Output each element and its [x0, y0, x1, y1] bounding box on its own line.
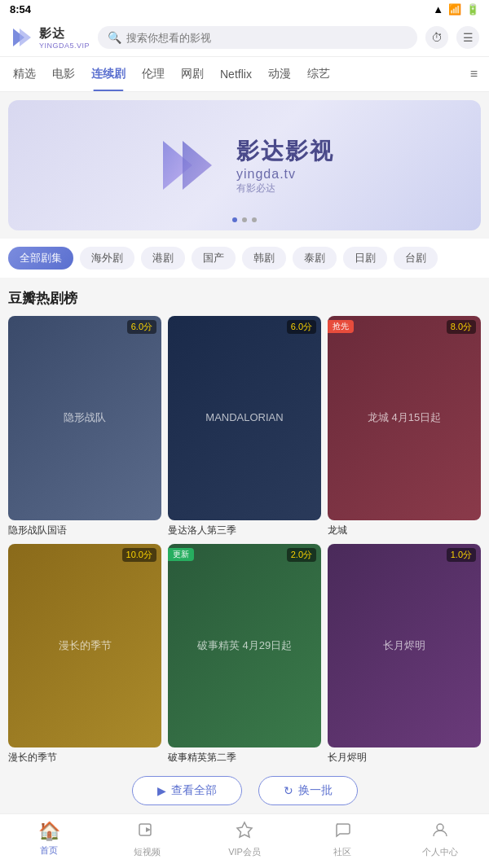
logo-icon [10, 25, 34, 50]
nav-more-icon[interactable]: ≡ [464, 57, 484, 91]
nav-item-vip[interactable]: VIP会员 [220, 821, 269, 858]
genre-tag-hk[interactable]: 港剧 [141, 247, 185, 270]
logo-name: 影达 [39, 26, 90, 42]
svg-marker-5 [146, 827, 151, 832]
genre-tag-overseas[interactable]: 海外剧 [80, 247, 134, 270]
movie-thumb-1: 隐形战队 6.0分 [8, 316, 161, 520]
movie-name-1: 隐形战队国语 [8, 524, 161, 537]
status-time: 8:54 [10, 3, 31, 15]
search-icon: 🔍 [108, 31, 121, 44]
movie-score-1: 6.0分 [127, 320, 156, 334]
header: 影达 YINGDA5.VIP 🔍 ⏱ ☰ [0, 19, 489, 57]
banner-sub: yingda.tv [236, 167, 334, 182]
movie-name-2: 曼达洛人第三季 [168, 524, 321, 537]
refresh-button[interactable]: ↻ 换一批 [258, 776, 358, 805]
movie-score-3: 8.0分 [447, 320, 476, 334]
movie-thumb-2: MANDALORIAN 6.0分 [168, 316, 321, 520]
genre-tag-domestic[interactable]: 国产 [192, 247, 236, 270]
tab-dongman[interactable]: 动漫 [260, 57, 299, 91]
banner-dot-active [232, 217, 237, 222]
status-bar: 8:54 ▲ 📶 🔋 [0, 0, 489, 19]
movie-thumb-4: 漫长的季节 10.0分 [8, 544, 161, 748]
movie-name-5: 破事精英第二季 [168, 751, 321, 765]
play-icon: ▶ [157, 784, 166, 797]
movie-score-6: 1.0分 [447, 548, 476, 562]
banner-dot [242, 217, 247, 222]
nav-item-profile[interactable]: 个人中心 [416, 821, 465, 858]
movie-score-4: 10.0分 [122, 548, 156, 562]
nav-label-video: 短视频 [134, 846, 161, 858]
search-input[interactable] [126, 32, 408, 44]
status-icons: ▲ 📶 🔋 [433, 3, 479, 15]
nav-label-community: 社区 [333, 846, 351, 858]
banner-dots [232, 217, 257, 222]
movie-score-2: 6.0分 [287, 320, 316, 334]
svg-marker-1 [20, 28, 31, 46]
nav-label-vip: VIP会员 [228, 846, 261, 858]
refresh-icon: ↻ [284, 784, 293, 797]
logo: 影达 YINGDA5.VIP [10, 25, 90, 50]
movie-thumb-5: 破事精英 4月29日起 2.0分 更新 [168, 544, 321, 748]
search-bar[interactable]: 🔍 [98, 26, 417, 49]
movie-name-6: 长月烬明 [328, 751, 481, 765]
movie-badge-5: 更新 [168, 548, 194, 561]
tab-wangju[interactable]: 网剧 [173, 57, 212, 91]
genre-tag-thai[interactable]: 泰剧 [293, 247, 337, 270]
movie-name-4: 漫长的季节 [8, 751, 161, 765]
svg-point-7 [437, 824, 443, 831]
header-menu-icon[interactable]: ☰ [456, 26, 479, 49]
svg-marker-3 [183, 141, 212, 190]
genre-tag-all[interactable]: 全部剧集 [8, 247, 73, 270]
tab-zongyi[interactable]: 综艺 [299, 57, 338, 91]
nav-label-profile: 个人中心 [422, 846, 458, 858]
movie-score-5: 2.0分 [287, 548, 316, 562]
banner-logo-icon [155, 133, 220, 198]
nav-item-home[interactable]: 🏠 首页 [24, 821, 73, 858]
tab-dianying[interactable]: 电影 [44, 57, 83, 91]
movie-card-1[interactable]: 隐形战队 6.0分 隐形战队国语 [8, 316, 161, 537]
view-all-button[interactable]: ▶ 查看全部 [132, 776, 242, 805]
movie-thumb-6: 长月烬明 1.0分 [328, 544, 481, 748]
tab-jingxuan[interactable]: 精选 [5, 57, 44, 91]
history-icon[interactable]: ⏱ [425, 26, 448, 49]
douban-grid: 隐形战队 6.0分 隐形战队国语 MANDALORIAN 6.0分 曼达洛人第三… [8, 316, 481, 765]
movie-thumb-3: 龙城 4月15日起 8.0分 抢先 [328, 316, 481, 520]
movie-card-2[interactable]: MANDALORIAN 6.0分 曼达洛人第三季 [168, 316, 321, 537]
header-icons: ⏱ ☰ [425, 26, 479, 49]
nav-tabs: 精选 电影 连续剧 伦理 网剧 Netflix 动漫 综艺 ≡ [0, 57, 489, 92]
tab-lunli[interactable]: 伦理 [134, 57, 173, 91]
logo-sub: YINGDA5.VIP [39, 42, 90, 50]
banner-dot [252, 217, 257, 222]
movie-card-4[interactable]: 漫长的季节 10.0分 漫长的季节 [8, 544, 161, 765]
view-all-label: 查看全部 [171, 783, 217, 798]
movie-name-3: 龙城 [328, 524, 481, 537]
tab-netflix[interactable]: Netflix [212, 58, 260, 90]
movie-badge-3: 抢先 [328, 320, 354, 333]
vip-icon [236, 821, 253, 844]
movie-card-3[interactable]: 龙城 4月15日起 8.0分 抢先 龙城 [328, 316, 481, 537]
nav-item-community[interactable]: 社区 [318, 821, 367, 858]
genre-tag-korean[interactable]: 韩剧 [242, 247, 286, 270]
genre-tag-tw[interactable]: 台剧 [394, 247, 438, 270]
genre-tag-japanese[interactable]: 日剧 [343, 247, 387, 270]
genre-tags: 全部剧集 海外剧 港剧 国产 韩剧 泰剧 日剧 台剧 [0, 239, 489, 278]
movie-card-5[interactable]: 破事精英 4月29日起 2.0分 更新 破事精英第二季 [168, 544, 321, 765]
action-row: ▶ 查看全部 ↻ 换一批 [8, 776, 481, 805]
community-icon [333, 821, 351, 844]
bottom-nav: 🏠 首页 短视频 VIP会员 社区 [0, 813, 489, 868]
nav-label-home: 首页 [40, 844, 58, 857]
video-icon [138, 821, 156, 844]
nav-item-video[interactable]: 短视频 [122, 821, 171, 858]
tab-lianjuxu[interactable]: 连续剧 [83, 57, 134, 91]
banner-sub2: 有影必达 [236, 182, 334, 195]
douban-section: 豆瓣热剧榜 隐形战队 6.0分 隐形战队国语 MANDALORIAN 6.0分 … [0, 289, 489, 805]
movie-card-6[interactable]: 长月烬明 1.0分 长月烬明 [328, 544, 481, 765]
profile-icon [431, 821, 449, 844]
douban-title: 豆瓣热剧榜 [8, 289, 77, 308]
svg-marker-6 [237, 822, 252, 837]
home-icon: 🏠 [38, 821, 60, 842]
refresh-label: 换一批 [298, 783, 333, 798]
banner-title: 影达影视 [236, 136, 334, 167]
banner[interactable]: 影达影视 yingda.tv 有影必达 [8, 100, 481, 230]
